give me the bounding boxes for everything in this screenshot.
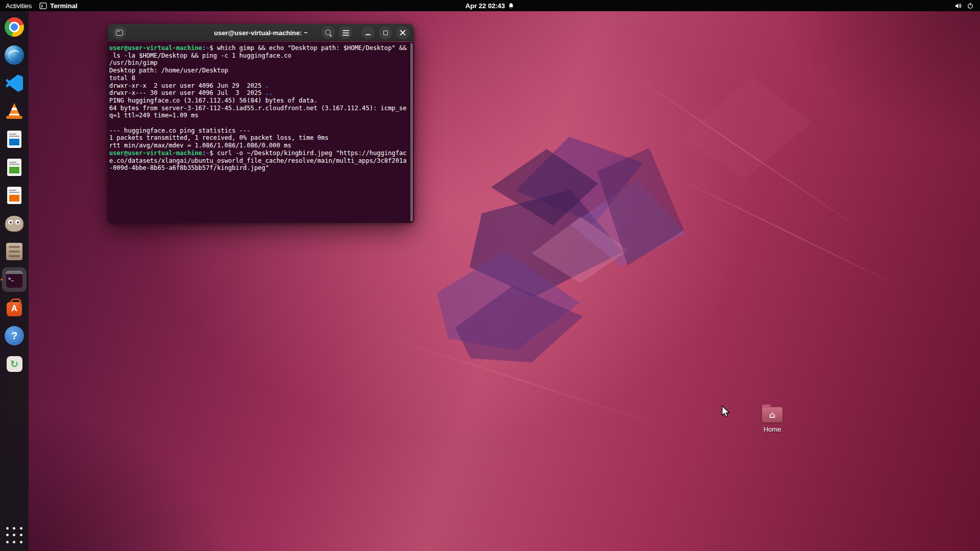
dock-item-terminal[interactable] — [2, 267, 27, 292]
app-menu-label: Terminal — [50, 2, 77, 10]
dock-item-chrome[interactable] — [2, 15, 27, 39]
libreoffice-calc-icon — [7, 159, 21, 176]
dock-item-thunderbird[interactable] — [2, 43, 27, 67]
volume-icon — [954, 2, 962, 10]
terminal-line: 1 packets transmitted, 1 received, 0% pa… — [109, 134, 413, 142]
thunderbird-icon — [5, 45, 24, 65]
dock-item-files[interactable] — [2, 239, 27, 264]
home-folder-label: Home — [764, 425, 781, 433]
chrome-icon — [5, 17, 24, 37]
terminal-line: user@user-virtual-machine:~$ curl -o ~/D… — [109, 149, 413, 157]
terminal-line: drwxr-xr-x 2 user user 4096 Jun 29 2025 … — [109, 82, 413, 90]
dock — [0, 11, 29, 551]
terminal-line: ls -la $HOME/Desktop && ping -c 1 huggin… — [109, 52, 413, 60]
files-icon — [6, 243, 22, 260]
libreoffice-writer-icon — [7, 131, 21, 148]
terminal-window: user@user-virtual-machine: ~ user@user-v… — [108, 24, 414, 223]
close-icon — [400, 30, 406, 36]
maximize-button[interactable] — [379, 26, 392, 39]
terminal-line: total 8 — [109, 74, 413, 82]
dock-item-vscode[interactable] — [2, 71, 27, 95]
wallpaper-facet — [679, 77, 812, 179]
hamburger-menu-icon — [342, 30, 349, 36]
terminal-app-icon — [39, 3, 47, 9]
dock-item-updater[interactable] — [2, 352, 27, 376]
close-button[interactable] — [396, 26, 409, 39]
scrollbar-thumb[interactable] — [410, 43, 413, 221]
terminal-output[interactable]: user@user-virtual-machine:~$ which gimp … — [108, 42, 414, 223]
new-tab-button[interactable] — [113, 26, 126, 39]
terminal-line: Desktop path: /home/user/Desktop — [109, 67, 413, 74]
titlebar-controls — [322, 26, 409, 39]
help-icon — [5, 326, 24, 345]
terminal-line: --- huggingface.co ping statistics --- — [109, 127, 413, 135]
dock-item-impress[interactable] — [2, 183, 27, 208]
new-tab-icon — [116, 30, 123, 36]
terminal-line: user@user-virtual-machine:~$ which gimp … — [109, 44, 413, 52]
software-updater-icon — [7, 356, 22, 372]
top-bar: Activities Terminal Apr 22 02:43 — [0, 0, 980, 11]
dock-item-calc[interactable] — [2, 155, 27, 180]
window-title: user@user-virtual-machine: ~ — [214, 29, 308, 36]
dock-item-writer[interactable] — [2, 127, 27, 152]
search-icon — [325, 29, 332, 37]
vscode-icon — [6, 74, 23, 92]
dock-item-vlc[interactable] — [2, 99, 27, 123]
dock-item-gimp[interactable] — [2, 211, 27, 236]
terminal-line: PING huggingface.co (3.167.112.45) 56(84… — [109, 97, 413, 105]
power-icon — [967, 2, 974, 9]
minimize-icon — [365, 30, 371, 35]
search-button[interactable] — [322, 26, 335, 39]
dock-items — [2, 15, 27, 376]
vlc-icon — [5, 102, 24, 121]
terminal-line — [109, 119, 413, 127]
terminal-line: /usr/bin/gimp — [109, 59, 413, 67]
menu-button[interactable] — [339, 26, 352, 39]
libreoffice-impress-icon — [7, 187, 21, 204]
wallpaper-streak — [658, 168, 916, 294]
terminal-line: e.co/datasets/xlangai/ubuntu_osworld_fil… — [109, 157, 413, 165]
dock-item-help[interactable] — [2, 323, 27, 348]
notification-bell-icon — [508, 3, 514, 9]
terminal-line: rtt min/avg/max/mdev = 1.086/1.086/1.086… — [109, 142, 413, 149]
terminal-line: -009d-4bbe-8b65-a6f8b35bb57f/kingbird.jp… — [109, 164, 413, 172]
desktop-icon-home[interactable]: Home — [755, 407, 790, 433]
dock-item-software[interactable] — [2, 295, 27, 320]
terminal-icon — [6, 271, 23, 288]
terminal-titlebar[interactable]: user@user-virtual-machine: ~ — [108, 24, 414, 41]
terminal-scrollbar[interactable] — [409, 42, 414, 222]
terminal-line: drwxr-x--- 30 user user 4096 Jul 3 2025 … — [109, 89, 413, 97]
ubuntu-software-icon — [7, 302, 22, 316]
show-applications-button[interactable] — [4, 525, 24, 545]
maximize-icon — [383, 31, 388, 35]
clock-button[interactable]: Apr 22 02:43 — [460, 0, 520, 11]
terminal-line: q=1 ttl=249 time=1.09 ms — [109, 112, 413, 119]
app-menu-button[interactable]: Terminal — [37, 0, 83, 11]
minimize-button[interactable] — [361, 26, 375, 39]
activities-button[interactable]: Activities — [0, 0, 37, 11]
gimp-icon — [5, 216, 23, 232]
home-folder-icon — [762, 407, 782, 422]
system-menu-button[interactable] — [949, 0, 980, 11]
clock-label: Apr 22 02:43 — [465, 2, 505, 10]
terminal-line: 64 bytes from server-3-167-112-45.iad55.… — [109, 105, 413, 112]
